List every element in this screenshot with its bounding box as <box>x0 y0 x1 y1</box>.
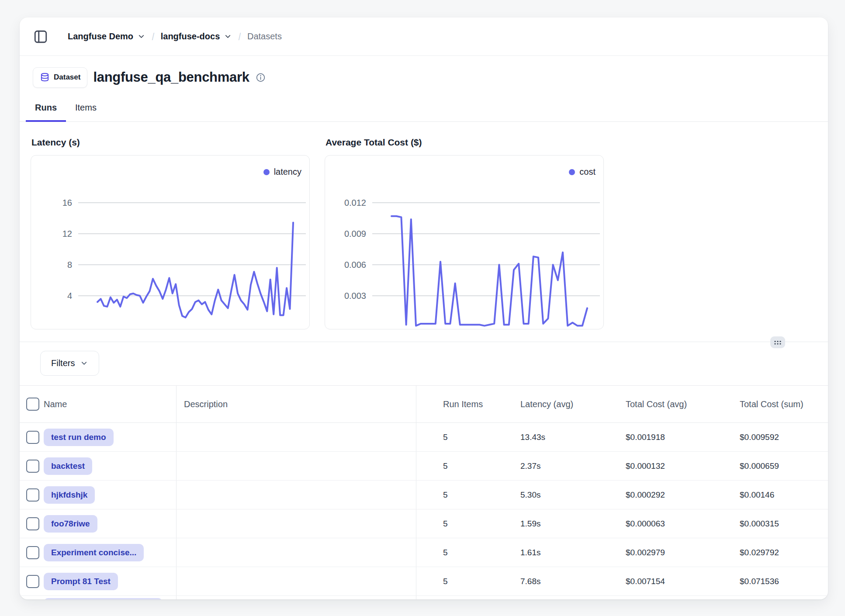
tab-runs[interactable]: Runs <box>26 95 66 122</box>
cell-description <box>176 481 416 509</box>
svg-text:4: 4 <box>67 291 72 301</box>
chevron-down-icon <box>137 32 145 41</box>
cell-total-cost-sum: $0.000315 <box>713 519 828 529</box>
cost-chart: 0.0120.0090.0060.003 cost <box>325 155 604 329</box>
chevron-down-icon <box>224 32 232 41</box>
cell-latency-avg: 1.61s <box>494 548 599 557</box>
svg-text:16: 16 <box>62 198 72 208</box>
cell-run-items: 5 <box>416 548 494 557</box>
legend-label: cost <box>579 167 596 177</box>
cell-total-cost-sum: $0.009592 <box>713 433 828 442</box>
table-row: test run demo 5 13.43s $0.001918 $0.0095… <box>20 423 828 452</box>
breadcrumb-datasets-label: Datasets <box>247 31 282 42</box>
sidebar-toggle-button[interactable] <box>32 28 48 45</box>
row-checkbox[interactable] <box>26 546 39 559</box>
legend-dot-icon <box>569 169 575 175</box>
latency-chart: 161284 latency <box>31 155 310 329</box>
table-row: Prompt 81 Test 5 7.68s $0.007154 $0.0715… <box>20 567 828 596</box>
legend-dot-icon <box>263 169 270 175</box>
legend-label: latency <box>274 167 301 177</box>
svg-text:0.006: 0.006 <box>344 260 366 270</box>
cell-latency-avg: 13.43s <box>494 433 599 442</box>
cost-chart-group: Average Total Cost ($) 0.0120.0090.0060.… <box>325 137 604 329</box>
column-header-run-items: Run Items <box>416 399 494 409</box>
row-checkbox[interactable] <box>26 488 39 502</box>
breadcrumb-org[interactable]: Langfuse Demo <box>68 31 145 42</box>
column-header-description: Description <box>176 386 416 422</box>
cell-total-cost-sum: $0.00146 <box>713 490 828 500</box>
cell-run-items: 5 <box>416 461 494 471</box>
chevron-down-icon <box>80 359 88 367</box>
cell-total-cost-sum: $0.029792 <box>713 548 828 557</box>
run-name-badge[interactable]: backtest <box>44 457 92 475</box>
page-title: langfuse_qa_benchmark <box>93 69 249 85</box>
svg-text:0.012: 0.012 <box>344 198 366 208</box>
cell-total-cost-avg: $0.000132 <box>599 461 713 471</box>
page-header: Dataset langfuse_qa_benchmark <box>20 56 828 87</box>
run-name-badge[interactable] <box>44 598 163 599</box>
grip-dots-icon <box>773 339 782 346</box>
run-name-badge[interactable]: test run demo <box>44 429 114 446</box>
row-checkbox[interactable] <box>26 431 39 444</box>
cell-total-cost-sum: $0.071536 <box>713 577 828 586</box>
cell-description <box>176 509 416 538</box>
latency-chart-group: Latency (s) 161284 latency <box>31 137 310 329</box>
breadcrumb: Langfuse Demo / langfuse-docs / Datasets <box>68 31 282 43</box>
svg-text:12: 12 <box>62 229 72 239</box>
table-row: foo78riwe 5 1.59s $0.000063 $0.000315 <box>20 509 828 538</box>
breadcrumb-separator: / <box>239 31 241 43</box>
cell-description <box>176 567 416 595</box>
tab-items[interactable]: Items <box>66 95 106 122</box>
cell-total-cost-avg: $0.002979 <box>599 548 713 557</box>
dataset-badge-label: Dataset <box>54 73 80 82</box>
cell-description <box>176 423 416 451</box>
table-body: test run demo 5 13.43s $0.001918 $0.0095… <box>20 423 828 596</box>
cell-description <box>176 538 416 567</box>
svg-text:8: 8 <box>67 260 72 270</box>
run-name-badge[interactable]: Experiment concise... <box>44 544 144 561</box>
breadcrumb-org-label: Langfuse Demo <box>68 31 133 42</box>
filters-row: Filters <box>20 342 828 376</box>
run-name-badge[interactable]: Prompt 81 Test <box>44 573 118 590</box>
cell-latency-avg: 5.30s <box>494 490 599 500</box>
latency-line-plot: 161284 <box>31 156 309 329</box>
top-navigation-bar: Langfuse Demo / langfuse-docs / Datasets <box>20 17 828 56</box>
cell-total-cost-avg: $0.001918 <box>599 433 713 442</box>
table-row: backtest 5 2.37s $0.000132 $0.000659 <box>20 452 828 481</box>
column-header-name: Name <box>44 386 176 422</box>
run-name-badge[interactable]: foo78riwe <box>44 515 97 533</box>
row-checkbox[interactable] <box>26 460 39 473</box>
cell-latency-avg: 2.37s <box>494 461 599 471</box>
breadcrumb-project-label: langfuse-docs <box>161 31 220 42</box>
filters-button-label: Filters <box>51 358 75 368</box>
run-name-badge[interactable]: hjkfdshjk <box>44 486 95 504</box>
breadcrumb-separator: / <box>152 31 154 43</box>
select-all-checkbox[interactable] <box>26 398 39 411</box>
svg-text:0.009: 0.009 <box>344 229 366 239</box>
cell-total-cost-avg: $0.000063 <box>599 519 713 529</box>
table-row-partial <box>20 596 828 599</box>
latency-legend: latency <box>263 167 301 177</box>
cell-run-items: 5 <box>416 519 494 529</box>
filters-button[interactable]: Filters <box>40 351 99 376</box>
table-row: hjkfdshjk 5 5.30s $0.000292 $0.00146 <box>20 481 828 509</box>
breadcrumb-datasets[interactable]: Datasets <box>247 31 282 42</box>
panel-left-icon <box>33 29 48 44</box>
cell-description <box>176 452 416 480</box>
cell-run-items: 5 <box>416 433 494 442</box>
database-icon <box>40 73 50 83</box>
row-checkbox[interactable] <box>26 517 39 530</box>
column-header-total-cost-sum: Total Cost (sum) <box>713 399 828 409</box>
cell-total-cost-avg: $0.000292 <box>599 490 713 500</box>
info-icon[interactable] <box>256 73 266 83</box>
breadcrumb-project[interactable]: langfuse-docs <box>161 31 232 42</box>
row-checkbox[interactable] <box>26 575 39 588</box>
dataset-page-card: Langfuse Demo / langfuse-docs / Datasets… <box>20 17 828 599</box>
runs-table: Name Description Run Items Latency (avg)… <box>20 385 828 599</box>
section-divider <box>20 342 828 342</box>
cell-run-items: 5 <box>416 577 494 586</box>
table-header-row: Name Description Run Items Latency (avg)… <box>20 385 828 423</box>
cell-latency-avg: 7.68s <box>494 577 599 586</box>
resize-drag-handle[interactable] <box>770 336 785 348</box>
cell-total-cost-sum: $0.000659 <box>713 461 828 471</box>
